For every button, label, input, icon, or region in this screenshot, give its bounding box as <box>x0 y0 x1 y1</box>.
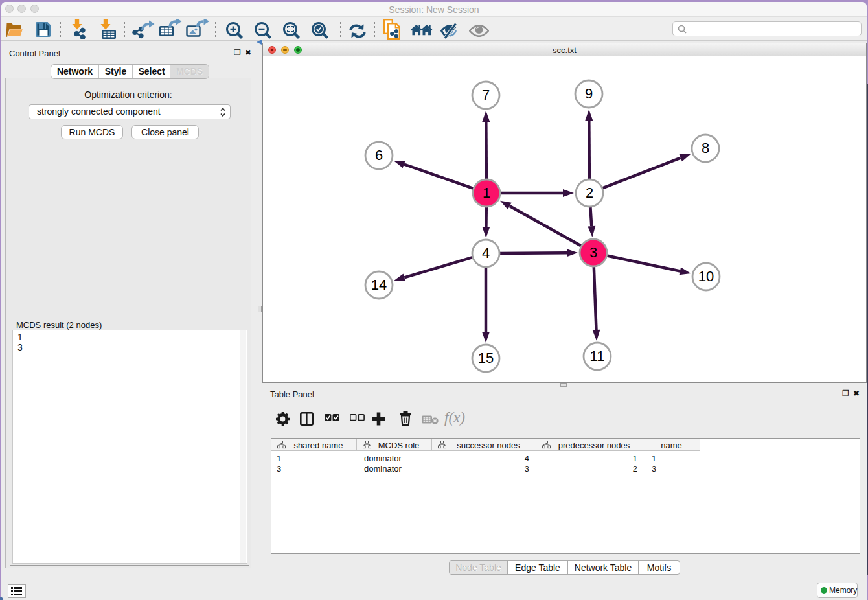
svg-text:6: 6 <box>375 147 383 163</box>
svg-text:11: 11 <box>590 348 605 364</box>
svg-text:3: 3 <box>589 244 597 260</box>
svg-text:8: 8 <box>702 140 709 156</box>
svg-text:14: 14 <box>371 277 387 293</box>
svg-text:7: 7 <box>482 87 490 103</box>
svg-text:4: 4 <box>482 245 490 261</box>
svg-text:9: 9 <box>585 86 593 102</box>
svg-text:1: 1 <box>483 185 490 201</box>
svg-text:15: 15 <box>478 350 494 366</box>
svg-text:10: 10 <box>698 268 714 284</box>
svg-text:2: 2 <box>586 185 593 201</box>
